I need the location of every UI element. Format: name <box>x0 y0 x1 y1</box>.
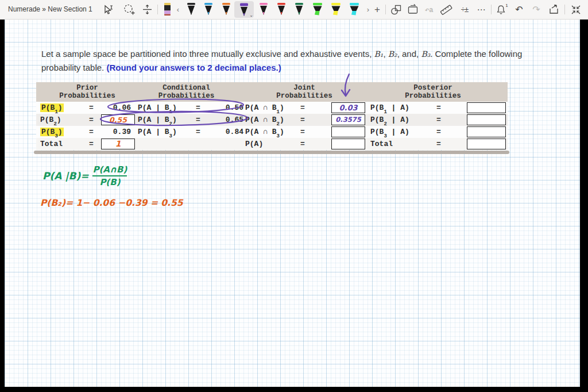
equals: = <box>436 126 441 138</box>
handwritten-prior-total: 1 <box>115 138 121 150</box>
posterior-answer-box-b2 <box>467 114 506 125</box>
posterior-total-label: Total <box>370 138 393 150</box>
breadcrumb[interactable]: Numerade » New Section 1 <box>8 5 92 13</box>
notifications-button[interactable]: 1 <box>494 0 510 19</box>
collapse-icon <box>570 4 582 16</box>
equals: = <box>89 126 94 138</box>
equals: = <box>196 114 200 126</box>
prior-answer-box-b2: 0.55 <box>101 114 135 125</box>
share-icon <box>548 3 560 16</box>
pen-pink[interactable] <box>256 0 271 19</box>
table-header: PriorProbabilities ConditionalProbabilit… <box>36 82 508 102</box>
equals: = <box>300 138 305 150</box>
collapse-ribbon-button[interactable] <box>568 0 584 19</box>
divider <box>564 5 565 14</box>
lasso-icon <box>123 3 135 16</box>
cond-value-b1: 0.50 <box>206 102 243 114</box>
pb2-calculation-handwritten: P(B₂)= 1− 0.06 −0.39 = 0.55 <box>40 198 183 208</box>
table-row: Total = 1 P(A) = Total = <box>36 138 508 150</box>
undo-icon: ↶ <box>515 4 523 15</box>
prior-label-b3-highlighted: P(B3) <box>40 128 64 136</box>
shapes-button[interactable] <box>389 0 404 19</box>
select-tool-button[interactable] <box>101 0 115 19</box>
header-prior: PriorProbabilities <box>41 84 133 100</box>
header-conditional: ConditionalProbabilities <box>139 84 234 100</box>
reflow-icon <box>407 3 419 16</box>
prior-value-b1: 0.06 <box>94 102 131 114</box>
posterior-answer-box-b1 <box>467 102 506 113</box>
pens-scroll-left-button[interactable]: ‹ <box>174 0 182 19</box>
table-row: P(B1) = 0.06 P(A | B1) = 0.50 P(A ∩ B1) … <box>36 102 508 114</box>
equals: = <box>196 126 200 138</box>
problem-line2: probability table. (Round your answers t… <box>41 61 567 75</box>
share-button[interactable] <box>546 0 561 19</box>
joint-pa-box <box>331 139 365 149</box>
equals: = <box>300 126 305 138</box>
formula-denominator: P(B) <box>99 177 120 187</box>
table-row: P(B3) = 0.39 P(A | B3) = 0.84 P(A ∩ B3) … <box>36 126 508 138</box>
equals: = <box>436 138 441 150</box>
bayes-formula-handwritten: P(A |B)= P(A∩B) P(B) <box>42 164 127 187</box>
problem-statement: Let a sample space be partitioned into t… <box>41 47 567 75</box>
handwritten-joint-b2: 0.3575 <box>335 114 361 126</box>
pen-green[interactable] <box>292 0 307 19</box>
equals: = <box>300 114 305 126</box>
highlighter-green[interactable] <box>310 0 326 19</box>
insert-space-icon <box>141 3 153 16</box>
cond-value-b3: 0.84 <box>206 126 243 138</box>
pen-black[interactable] <box>184 0 199 19</box>
ink-to-text-button[interactable]: ↶a <box>421 0 436 19</box>
more-options-button[interactable]: ⋯ <box>474 0 488 19</box>
redo-icon: ↷ <box>532 4 540 15</box>
math-icon: ÷± <box>461 5 468 14</box>
ruler-icon <box>439 3 453 17</box>
divider <box>385 5 386 14</box>
shapes-icon <box>390 3 403 16</box>
rounding-instruction: (Round your answers to 2 decimal places.… <box>106 63 281 72</box>
equals: = <box>196 102 200 114</box>
formula-lhs: P(A |B)= <box>42 170 88 182</box>
add-pen-button[interactable]: + <box>372 0 382 19</box>
eraser-icon <box>161 2 173 17</box>
eraser-button[interactable] <box>160 0 174 19</box>
pen-orange[interactable] <box>219 0 234 19</box>
probability-table: PriorProbabilities ConditionalProbabilit… <box>36 82 508 150</box>
select-cursor-icon <box>102 4 114 16</box>
joint-answer-box-b1: 0.03 <box>331 102 365 113</box>
lasso-select-button[interactable] <box>122 0 136 19</box>
pen-red[interactable] <box>274 0 289 19</box>
table-shadow <box>34 151 509 154</box>
equals: = <box>436 114 441 126</box>
ink-to-text-icon: ↶a <box>425 6 433 14</box>
undo-button[interactable]: ↶ <box>512 0 526 19</box>
header-joint: JointProbabilities <box>261 84 347 100</box>
joint-answer-box-b3 <box>331 126 365 137</box>
prior-total-box: 1 <box>101 139 135 149</box>
math-button[interactable]: ÷± <box>457 0 472 19</box>
ellipsis-icon: ⋯ <box>477 5 486 15</box>
equals: = <box>89 138 94 150</box>
header-posterior: PosteriorProbabilities <box>387 84 479 100</box>
highlighter-yellow[interactable] <box>328 0 344 19</box>
formula-fraction: P(A∩B) P(B) <box>92 164 127 187</box>
joint-answer-box-b2: 0.3575 <box>331 114 365 125</box>
pen-purple-selected[interactable]: ⌄ <box>234 1 254 18</box>
handwritten-joint-b1: 0.03 <box>339 102 357 114</box>
ruler-button[interactable] <box>439 0 454 19</box>
divider <box>157 5 158 14</box>
redo-button[interactable]: ↷ <box>529 0 543 19</box>
posterior-answer-box-b3 <box>467 126 506 137</box>
notification-badge: 1 <box>505 3 508 8</box>
cond-value-b2: 0.65 <box>206 114 243 126</box>
equals: = <box>436 102 441 114</box>
insert-space-button[interactable] <box>140 0 154 19</box>
posterior-total-box <box>467 139 506 149</box>
top-toolbar: Numerade » New Section 1 ‹ <box>0 0 588 20</box>
highlighter-cyan[interactable] <box>346 0 362 19</box>
pens-scroll-right-button[interactable]: › <box>364 0 372 19</box>
problem-line1: Let a sample space be partitioned into t… <box>41 47 567 61</box>
equals: = <box>89 102 94 114</box>
reflow-button[interactable] <box>405 0 420 19</box>
divider <box>491 5 492 14</box>
pen-blue[interactable] <box>201 0 216 19</box>
